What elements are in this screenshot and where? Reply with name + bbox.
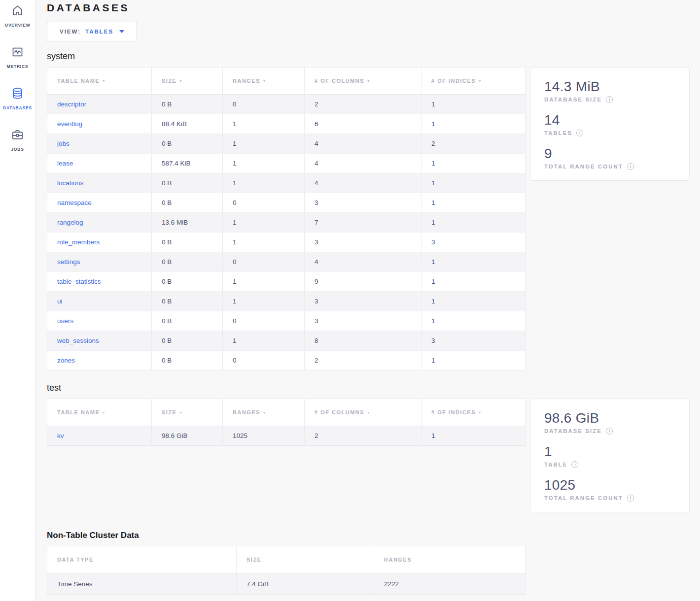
table-name-link[interactable]: role_members — [57, 238, 100, 246]
table-cell: table_statistics — [47, 272, 152, 292]
table-cell: 8 — [305, 331, 421, 351]
column-header[interactable]: TABLE NAME▾ — [47, 399, 152, 426]
info-icon[interactable]: i — [606, 96, 613, 103]
non-table-cluster-table: DATA TYPESIZERANGESTime Series7.4 GiB222… — [47, 546, 525, 595]
column-header[interactable]: # OF COLUMNS▾ — [305, 399, 421, 426]
column-header-label: DATA TYPE — [57, 557, 94, 563]
database-icon — [11, 87, 24, 102]
info-icon[interactable]: i — [576, 130, 583, 136]
column-header-label: SIZE — [246, 557, 261, 563]
table-name-link[interactable]: lease — [57, 160, 73, 167]
database-section-system: TABLE NAME▾SIZE▾RANGES▾# OF COLUMNS▾# OF… — [47, 67, 690, 370]
table-cell: 1 — [223, 213, 305, 233]
table-cell: Time Series — [47, 573, 237, 595]
table-cell: 1 — [421, 154, 525, 173]
table-name-link[interactable]: zones — [57, 357, 75, 364]
column-header-label: RANGES — [233, 78, 260, 84]
column-header[interactable]: SIZE▾ — [152, 67, 223, 95]
view-dropdown[interactable]: VIEW: TABLES — [47, 22, 137, 41]
table-cell: jobs — [47, 134, 152, 154]
table-name-link[interactable]: settings — [57, 258, 80, 266]
table-row: web_sessions0 B183 — [47, 331, 525, 351]
column-header[interactable]: SIZE▾ — [152, 399, 223, 426]
column-header-label: # OF COLUMNS — [315, 409, 364, 415]
column-header[interactable]: RANGES▾ — [223, 67, 305, 95]
sidebar-item-overview[interactable]: OVERVIEW — [4, 4, 30, 28]
column-header[interactable]: RANGES▾ — [223, 399, 305, 426]
sidebar-item-databases[interactable]: DATABASES — [3, 87, 32, 110]
column-header[interactable]: TABLE NAME▾ — [47, 67, 152, 95]
table-cell: 7.4 GiB — [237, 573, 374, 595]
column-header-label: # OF COLUMNS — [315, 78, 364, 84]
table-cell: 3 — [421, 331, 525, 351]
summary-stat: 14.3 MiB DATABASE SIZEi — [544, 78, 675, 103]
table-cell: 2 — [305, 351, 421, 370]
table-row: lease587.4 KiB141 — [47, 154, 525, 173]
table-row: zones0 B021 — [47, 351, 525, 370]
table-cell: 1 — [421, 252, 525, 272]
sort-arrow-icon: ▾ — [263, 410, 266, 415]
table-name-link[interactable]: descriptor — [57, 100, 86, 108]
table-name-link[interactable]: kv — [57, 432, 64, 439]
table-cell: 1 — [421, 272, 525, 292]
table-cell: 0 B — [152, 311, 223, 331]
table-name-link[interactable]: locations — [57, 179, 83, 187]
sort-arrow-icon: ▾ — [367, 410, 370, 415]
table-name-link[interactable]: eventlog — [57, 120, 82, 128]
table-cell: 98.6 GiB — [152, 426, 223, 446]
table-cell: 0 B — [152, 331, 223, 351]
table-cell: kv — [47, 426, 152, 446]
stat-label: TOTAL RANGE COUNTi — [544, 163, 675, 170]
table-name-link[interactable]: users — [57, 317, 73, 325]
table-cell: 1 — [421, 193, 525, 213]
table-name-link[interactable]: namespace — [57, 199, 92, 206]
column-header[interactable]: # OF INDICES▾ — [421, 67, 525, 95]
table-name-link[interactable]: jobs — [57, 140, 70, 147]
view-dropdown-value: TABLES — [85, 29, 113, 34]
table-cell: 1 — [223, 331, 305, 351]
view-dropdown-label: VIEW: — [60, 29, 81, 34]
info-icon[interactable]: i — [627, 495, 634, 501]
table-cell: 2 — [305, 426, 421, 446]
table-cell: 3 — [305, 233, 421, 252]
stat-value: 9 — [544, 145, 675, 162]
sidebar-item-label: METRICS — [7, 64, 29, 69]
summary-stat: 1 TABLEi — [544, 443, 675, 468]
table-name-link[interactable]: table_statistics — [57, 278, 101, 285]
stat-value: 1025 — [544, 476, 675, 494]
info-icon[interactable]: i — [571, 461, 578, 468]
briefcase-icon — [11, 128, 24, 143]
table-cell: eventlog — [47, 114, 152, 134]
column-header[interactable]: # OF COLUMNS▾ — [305, 67, 421, 95]
database-summary-card: 98.6 GiB DATABASE SIZEi 1 TABLEi 1025 TO… — [530, 399, 690, 512]
sidebar-item-label: JOBS — [11, 147, 24, 152]
sort-arrow-icon: ▾ — [263, 79, 266, 83]
table-row: namespace0 B031 — [47, 193, 525, 213]
database-name-heading: test — [47, 383, 690, 393]
stat-label: DATABASE SIZEi — [544, 428, 675, 434]
info-icon[interactable]: i — [606, 428, 613, 434]
table-cell: 1 — [421, 292, 525, 311]
column-header-label: # OF INDICES — [431, 78, 476, 84]
column-header-label: SIZE — [162, 78, 176, 84]
stat-label: TOTAL RANGE COUNTi — [544, 495, 675, 501]
sort-arrow-icon: ▾ — [103, 79, 105, 83]
table-cell: 0 — [223, 95, 305, 114]
summary-stat: 14 TABLESi — [544, 111, 675, 136]
table-name-link[interactable]: rangelog — [57, 219, 83, 226]
table-cell: 1 — [223, 233, 305, 252]
table-cell: 3 — [421, 233, 525, 252]
table-cell: 0 B — [152, 233, 223, 252]
info-icon[interactable]: i — [627, 163, 634, 170]
database-summary-card: 14.3 MiB DATABASE SIZEi 14 TABLESi 9 TOT… — [530, 67, 690, 181]
table-cell: 1 — [223, 272, 305, 292]
table-cell: 88.4 KiB — [152, 114, 223, 134]
database-name-heading: system — [47, 51, 690, 62]
column-header[interactable]: # OF INDICES▾ — [421, 399, 525, 426]
table-cell: 0 B — [152, 252, 223, 272]
table-name-link[interactable]: web_sessions — [57, 337, 99, 344]
sidebar-item-metrics[interactable]: METRICS — [7, 45, 29, 69]
sidebar-item-jobs[interactable]: JOBS — [11, 128, 24, 152]
metrics-chart-icon — [11, 45, 24, 61]
table-name-link[interactable]: ui — [57, 298, 63, 305]
